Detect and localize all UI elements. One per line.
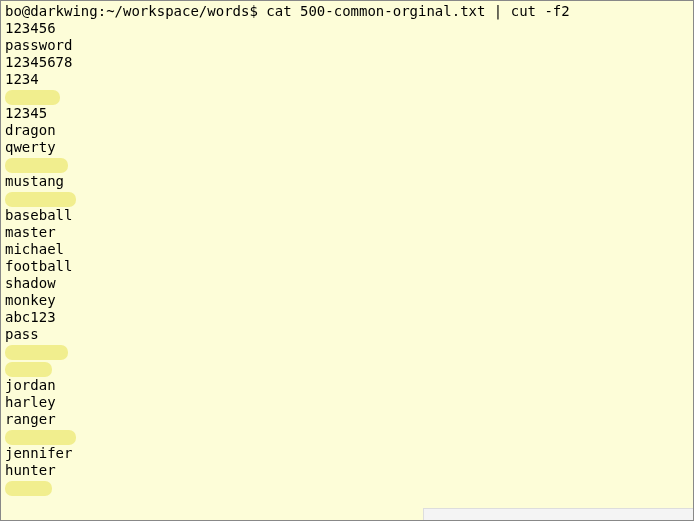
output-line: michael <box>5 241 689 258</box>
output-line: password <box>5 37 689 54</box>
output-line: harley <box>5 394 689 411</box>
output-line <box>5 156 689 173</box>
output-line: baseball <box>5 207 689 224</box>
redacted-text <box>5 430 76 445</box>
output-line: 12345 <box>5 105 689 122</box>
output-line: pass <box>5 326 689 343</box>
output-line: hunter <box>5 462 689 479</box>
output-line: jordan <box>5 377 689 394</box>
output-line: dragon <box>5 122 689 139</box>
output-line: shadow <box>5 275 689 292</box>
output-line <box>5 343 689 360</box>
output-line <box>5 479 689 496</box>
output-line: qwerty <box>5 139 689 156</box>
redacted-text <box>5 158 68 173</box>
output-line: jennifer <box>5 445 689 462</box>
output-line: ranger <box>5 411 689 428</box>
redacted-text <box>5 362 52 377</box>
output-line: 1234 <box>5 71 689 88</box>
output-line: monkey <box>5 292 689 309</box>
output-line: master <box>5 224 689 241</box>
redacted-text <box>5 481 52 496</box>
output-line <box>5 88 689 105</box>
terminal-output[interactable]: 123456password12345678123412345dragonqwe… <box>5 20 689 496</box>
output-line: 123456 <box>5 20 689 37</box>
output-line <box>5 428 689 445</box>
output-line <box>5 360 689 377</box>
redacted-text <box>5 90 60 105</box>
output-line: abc123 <box>5 309 689 326</box>
output-line: football <box>5 258 689 275</box>
terminal-prompt[interactable]: bo@darkwing:~/workspace/words$ cat 500-c… <box>5 3 689 20</box>
output-line: mustang <box>5 173 689 190</box>
redacted-text <box>5 345 68 360</box>
output-line <box>5 190 689 207</box>
output-line: 12345678 <box>5 54 689 71</box>
horizontal-scrollbar[interactable] <box>423 508 693 520</box>
redacted-text <box>5 192 76 207</box>
